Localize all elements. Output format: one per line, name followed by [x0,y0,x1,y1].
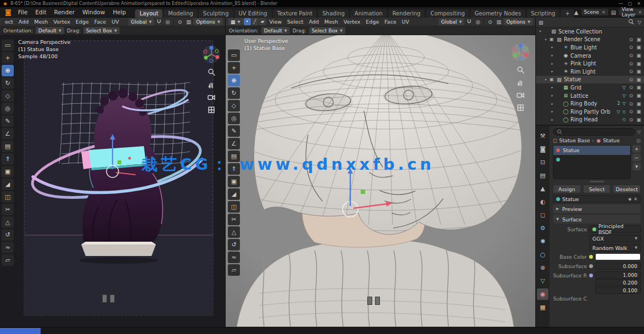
outliner-row[interactable]: ▾ ▧ Scene Collection [536,27,644,36]
maximize-button[interactable]: ▢ [628,1,632,6]
tool-poly-build[interactable]: △ [2,216,14,228]
viewport-menu-item[interactable]: Add [16,19,31,25]
camera-view-icon[interactable] [516,91,525,99]
visibility-eye-icon[interactable]: ⊙ [628,117,634,123]
visibility-eye-icon[interactable]: ⊙ [628,69,634,74]
tool-select-box[interactable]: ▭ [2,40,14,51]
edit-viewport-canvas[interactable]: User Perspective (1) Statue Base ▭+⊕↻◇◎✎… [226,35,535,327]
remove-slot-button[interactable]: − [632,154,641,162]
zoom-icon[interactable] [207,68,216,76]
render-visibility-icon[interactable]: ▣ [636,101,642,107]
menu-item[interactable]: Window [79,9,109,15]
pin-icon[interactable]: ◎ [636,137,641,143]
snap-magnet-icon[interactable] [155,18,163,25]
tool-inset[interactable]: ▣ [228,176,240,187]
tool-move[interactable]: ⊕ [2,65,14,76]
distribution-dropdown[interactable]: GGX▼ [589,235,641,242]
workspace-tab[interactable]: + [561,9,574,18]
material-slot[interactable] [553,155,630,164]
tool-scale[interactable]: ◇ [228,100,240,112]
collection-checkbox[interactable]: ▣ [550,37,555,42]
tool-loop-cut[interactable]: ◫ [2,191,14,203]
subsurface-value-slider[interactable]: 0.000 [595,262,641,270]
tool-annotate[interactable]: ✎ [2,115,14,127]
radius-z-field[interactable]: 0.100 [595,287,641,294]
tab-output[interactable]: ⊡ [537,157,548,168]
pan-hand-icon[interactable] [516,78,525,87]
clear-view-layer-icon[interactable]: ✕ [638,10,642,15]
zoom-icon[interactable] [516,65,525,74]
visibility-eye-icon[interactable]: ⊙ [628,109,634,114]
expand-caret[interactable]: ▸ [550,118,555,122]
outliner-row[interactable]: ▸ ◉ Camera ⊙ ▣ [536,52,644,60]
expand-caret[interactable]: ▸ [550,69,555,74]
tab-scene[interactable]: ▲ [537,183,548,194]
orthographic-toggle-icon[interactable] [207,105,216,114]
render-visibility-icon[interactable]: ▣ [636,37,642,42]
menu-item[interactable]: Render [51,9,79,15]
tab-tool[interactable]: ⚒ [537,130,548,142]
filter-funnel-icon[interactable]: ▽ [637,20,641,25]
render-visibility-icon[interactable]: ▣ [636,53,642,58]
transform-orientation-dropdown[interactable]: Default▼ [261,27,290,34]
tool-select-box[interactable]: ▭ [228,49,240,61]
workspace-tab[interactable]: Modeling [164,9,198,18]
properties-search-input[interactable] [553,128,635,136]
outliner-row[interactable]: ▸ ☀ Rim Light ⊙ ▣ [536,68,644,76]
clear-scene-icon[interactable]: ✕ [602,10,606,15]
assign-button[interactable]: Assign [553,185,581,193]
tool-poly-build[interactable]: △ [228,226,240,238]
drag-mode-dropdown[interactable]: Select Box▼ [83,27,120,34]
slot-specials-menu[interactable]: ▾ [632,163,641,170]
tool-measure[interactable]: ∠ [2,128,14,140]
render-visibility-icon[interactable]: ▣ [636,61,642,66]
search-icon[interactable] [628,19,634,26]
outliner-row[interactable]: ▸ ◯ Ring Head ◇ ⊙ ▣ [536,116,644,124]
menu-item[interactable]: Help [109,9,130,15]
blender-logo-icon[interactable]: ◙ [2,8,14,16]
expand-caret[interactable]: ▸ [550,45,555,49]
tool-spin[interactable]: ↺ [2,229,14,241]
workspace-tab[interactable]: Rendering [388,9,425,18]
pan-hand-icon[interactable] [207,80,216,89]
tab-world[interactable]: ◐ [537,196,548,208]
tool-transform[interactable]: ◎ [2,103,14,114]
tool-loop-cut[interactable]: ◫ [228,201,240,213]
workspace-tab[interactable]: Geometry Nodes [471,9,525,18]
surface-section-header[interactable]: ▼Surface [553,215,641,224]
fake-user-shield-icon[interactable]: ◈ [628,197,631,202]
tab-modifiers[interactable]: ⚙ [537,222,548,234]
base-color-swatch[interactable] [595,253,641,260]
render-preview-canvas[interactable]: Camera Perspective (1) Statue Base Sampl… [0,35,225,327]
tool-move[interactable]: ⊕ [228,75,240,86]
viewport-menu-item[interactable]: Vertex [51,19,73,25]
tool-cursor[interactable]: + [228,62,240,74]
tab-physics[interactable]: ○ [537,249,548,260]
viewport-menu-item[interactable]: Vertex [341,19,363,25]
preview-section-header[interactable]: ▶Preview [553,204,641,213]
viewport-menu-item[interactable]: View [267,19,285,25]
workspace-tab[interactable]: Sculpting [199,9,233,18]
outliner-row[interactable]: ▸ ☀ Pink Light ⊙ ▣ [536,59,644,68]
material-slot[interactable]: Statue [553,146,630,155]
tab-texture[interactable]: ▦ [537,302,548,313]
tool-bevel[interactable]: ◢ [2,179,14,190]
view-layer-selector[interactable]: View Layer✕ [618,8,644,16]
viewport-menu-item[interactable]: Face [92,19,109,25]
viewport-menu-item[interactable]: ect [2,19,16,25]
filter-icon[interactable]: ▽ [637,130,641,135]
tool-annotate[interactable]: ✎ [228,125,240,137]
tool-extrude[interactable]: ⇑ [228,163,240,175]
menu-item[interactable]: File [14,9,32,15]
tool-smooth[interactable]: ≈ [2,242,14,253]
expand-caret[interactable]: ▸ [550,109,555,114]
scene-selector[interactable]: Scene✕ [581,8,609,16]
tab-render[interactable]: ◙ [537,143,548,155]
tool-extrude[interactable]: ⇑ [2,153,14,165]
overlays-icon[interactable]: ▥ [495,18,503,25]
tool-knife[interactable]: ✂ [228,214,240,225]
radius-x-field[interactable]: 1.000 [595,271,641,279]
axis-gizmo[interactable] [202,45,221,64]
tab-material[interactable]: ◉ [537,288,548,300]
viewport-menu-item[interactable]: Edge [363,19,382,25]
